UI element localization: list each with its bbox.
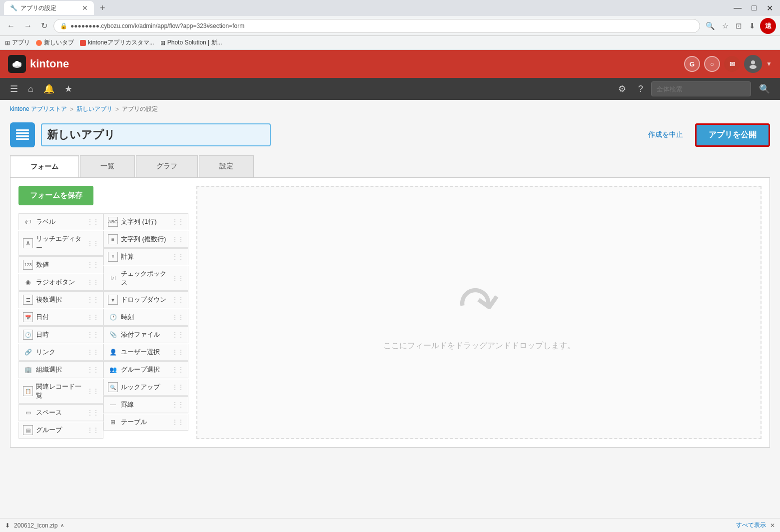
bookmark-photo[interactable]: ⊞ Photo Solution | 新... (160, 38, 222, 47)
bookmark-star-btn[interactable]: ☆ (720, 19, 731, 32)
app-name-input[interactable] (41, 123, 271, 146)
forward-button[interactable]: → (21, 19, 35, 32)
field-label[interactable]: 🏷 ラベル ⋮⋮ (18, 213, 103, 230)
text-multi-icon: ≡ (108, 234, 118, 244)
address-bar[interactable]: 🔒 ●●●●●●●●.cybozu.com/k/admin/app/flow?a… (53, 19, 700, 33)
global-search-input[interactable] (651, 81, 751, 96)
org-select-drag: ⋮⋮ (87, 366, 99, 373)
window-controls: — □ ✕ (731, 2, 776, 14)
profile-btn[interactable]: 遠 (760, 18, 776, 34)
home-btn[interactable]: ⌂ (24, 81, 37, 97)
download-icon: ⬇ (5, 522, 10, 529)
header-circle-btn[interactable]: ○ (704, 56, 720, 72)
download-btn[interactable]: ⬇ (747, 19, 758, 32)
minimize-btn[interactable]: — (731, 2, 745, 13)
field-radio[interactable]: ◉ ラジオボタン ⋮⋮ (18, 274, 103, 291)
tab-title: アプリの設定 (20, 4, 79, 12)
search-toolbar-btn[interactable]: 🔍 (703, 19, 718, 32)
field-attachment[interactable]: 📎 添付ファイル ⋮⋮ (103, 326, 188, 343)
field-lookup[interactable]: 🔍 ルックアップ ⋮⋮ (103, 379, 188, 396)
header-chevron-icon[interactable]: ▼ (766, 60, 772, 67)
tab-settings[interactable]: 設定 (199, 155, 254, 177)
tabs-container: フォーム 一覧 グラフ 設定 (0, 155, 780, 177)
svg-rect-9 (16, 138, 29, 140)
breadcrumb-sep2: > (115, 106, 119, 113)
number-drag: ⋮⋮ (87, 261, 99, 268)
download-expand-btn[interactable]: ∧ (60, 523, 64, 528)
field-table[interactable]: ⊞ テーブル ⋮⋮ (103, 414, 188, 431)
header-google-btn[interactable]: G (684, 56, 700, 72)
group-field-icon: ▤ (23, 425, 33, 435)
url-text: ●●●●●●●●.cybozu.com/k/admin/app/flow?app… (70, 22, 244, 29)
drop-arrow-icon: ↷ (453, 271, 505, 336)
field-datetime[interactable]: 🕐 日時 ⋮⋮ (18, 326, 103, 343)
toolbar-icons: 🔍 ☆ ⊡ ⬇ 遠 (703, 18, 776, 34)
breadcrumb-newapp-link[interactable]: 新しいアプリ (76, 105, 112, 113)
field-time[interactable]: 🕐 時刻 ⋮⋮ (103, 309, 188, 326)
tab-close-btn[interactable]: ✕ (82, 4, 88, 12)
field-group[interactable]: ▤ グループ ⋮⋮ (18, 422, 103, 439)
field-calc[interactable]: ＃ 計算 ⋮⋮ (103, 248, 188, 265)
field-divider[interactable]: — 罫線 ⋮⋮ (103, 396, 188, 413)
field-multi-select[interactable]: ☰ 複数選択 ⋮⋮ (18, 291, 103, 308)
breadcrumb-store-link[interactable]: kintone アプリストア (10, 105, 67, 113)
number-icon: 123 (23, 260, 33, 270)
save-form-button[interactable]: フォームを保存 (18, 186, 93, 205)
show-all-downloads-link[interactable]: すべて表示 (736, 521, 766, 530)
app-list-icon (15, 127, 30, 142)
time-icon: 🕐 (108, 312, 118, 322)
field-related-records[interactable]: 📋 関連レコード一覧 ⋮⋮ (18, 379, 103, 404)
cancel-button[interactable]: 作成を中止 (642, 126, 689, 143)
bookmark-apps[interactable]: ⊞ アプリ (5, 38, 30, 47)
field-col-left: 🏷 ラベル ⋮⋮ A リッチエディター ⋮⋮ 123 数値 ⋮⋮ (18, 213, 103, 439)
field-link[interactable]: 🔗 リンク ⋮⋮ (18, 344, 103, 361)
group-select-drag: ⋮⋮ (172, 366, 184, 373)
field-number[interactable]: 123 数値 ⋮⋮ (18, 256, 103, 273)
app-icon-button[interactable] (10, 122, 35, 147)
new-tab-button[interactable]: + (96, 3, 109, 13)
bookmark-newtab[interactable]: 新しいタブ (36, 38, 74, 47)
tab-form[interactable]: フォーム (10, 155, 79, 177)
field-date[interactable]: 📅 日付 ⋮⋮ (18, 309, 103, 326)
checkbox-drag: ⋮⋮ (172, 275, 184, 282)
field-user-select[interactable]: 👤 ユーザー選択 ⋮⋮ (103, 344, 188, 361)
settings-btn[interactable]: ⚙ (614, 81, 630, 96)
close-download-bar-btn[interactable]: ✕ (770, 522, 775, 529)
header-right: G ○ ✉ ▼ (684, 55, 772, 73)
link-drag: ⋮⋮ (87, 349, 99, 356)
radio-drag: ⋮⋮ (87, 279, 99, 286)
avatar-icon (748, 59, 758, 69)
dropdown-icon: ▼ (108, 295, 118, 305)
header-mail-btn[interactable]: ✉ (724, 56, 740, 72)
field-text-single[interactable]: ABC 文字列 (1行) ⋮⋮ (103, 213, 188, 230)
close-btn[interactable]: ✕ (764, 2, 776, 14)
help-btn[interactable]: ? (634, 82, 647, 96)
field-col-right: ABC 文字列 (1行) ⋮⋮ ≡ 文字列 (複数行) ⋮⋮ ＃ 計算 ⋮⋮ (103, 213, 188, 439)
field-group-select[interactable]: 👥 グループ選択 ⋮⋮ (103, 361, 188, 378)
bookmark-kintone[interactable]: kintoneアプリカスタマ... (80, 38, 154, 47)
field-space[interactable]: ▭ スペース ⋮⋮ (18, 404, 103, 421)
hamburger-menu-btn[interactable]: ☰ (6, 80, 22, 97)
extension-btn[interactable]: ⊡ (733, 19, 745, 32)
maximize-btn[interactable]: □ (749, 2, 760, 13)
field-org-select[interactable]: 🏢 組織選択 ⋮⋮ (18, 361, 103, 378)
svg-rect-7 (16, 132, 29, 134)
header-avatar[interactable] (744, 55, 762, 73)
back-button[interactable]: ← (4, 19, 18, 32)
app-actions: 作成を中止 アプリを公開 (642, 123, 770, 147)
field-text-multi[interactable]: ≡ 文字列 (複数行) ⋮⋮ (103, 231, 188, 248)
bookmark-photo-label: Photo Solution | 新... (167, 38, 222, 47)
global-search-button[interactable]: 🔍 (755, 81, 774, 96)
tab-graph[interactable]: グラフ (136, 155, 198, 177)
field-rich-editor[interactable]: A リッチエディター ⋮⋮ (18, 231, 103, 256)
calc-drag: ⋮⋮ (172, 253, 184, 260)
text-multi-text: 文字列 (複数行) (121, 235, 166, 244)
field-checkbox[interactable]: ☑ チェックボックス ⋮⋮ (103, 266, 188, 291)
favorites-btn[interactable]: ★ (60, 80, 76, 97)
notifications-btn[interactable]: 🔔 (39, 80, 58, 97)
browser-tab[interactable]: 🔧 アプリの設定 ✕ (4, 1, 94, 15)
tab-list[interactable]: 一覧 (80, 155, 135, 177)
publish-button[interactable]: アプリを公開 (695, 123, 770, 147)
field-dropdown[interactable]: ▼ ドロップダウン ⋮⋮ (103, 291, 188, 308)
refresh-button[interactable]: ↻ (38, 19, 50, 32)
